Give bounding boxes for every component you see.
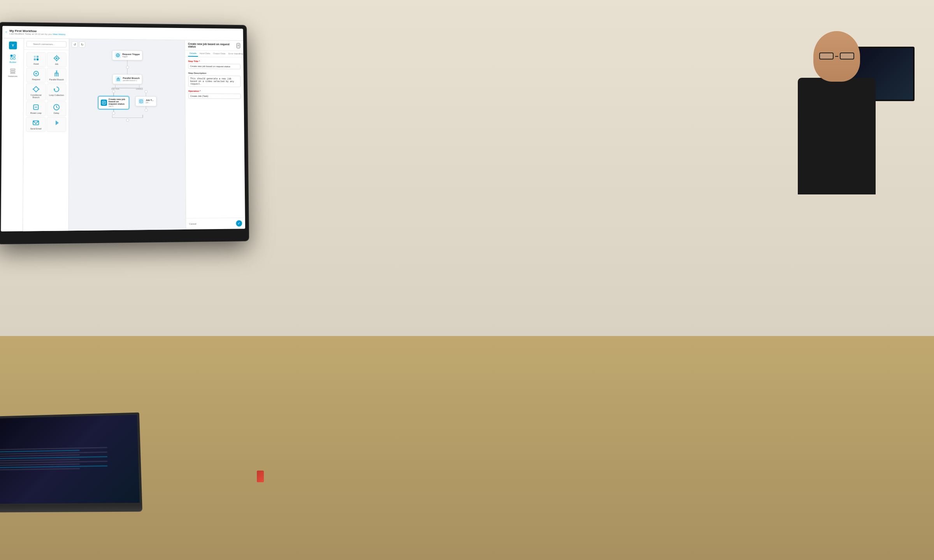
parallel-icon [115, 76, 121, 82]
add-node-below-right[interactable] [144, 108, 147, 112]
view-history-link[interactable]: View History [53, 33, 65, 35]
connector-request[interactable]: Request [26, 68, 46, 82]
connector-break-loop[interactable]: Break Loop [26, 101, 46, 116]
operation-input[interactable] [188, 93, 241, 99]
step-panel-header: Create new job based on request status × [185, 40, 243, 51]
job-icon [53, 54, 60, 62]
sidebar-builder-label: Builder [9, 61, 16, 63]
tab-output-data[interactable]: Output Data [212, 51, 227, 57]
job-trigger-icon [138, 98, 144, 104]
svg-rect-6 [11, 73, 15, 74]
branch-right-line [146, 93, 146, 96]
code-line-9 [0, 466, 107, 468]
laptop-code-lines [0, 443, 139, 474]
sidebar-logo: Y [9, 42, 17, 49]
canvas-area: ↺ ↻ [69, 39, 186, 231]
step-panel: Create new job based on request status ×… [184, 40, 245, 229]
operation-group: Operation * [188, 90, 241, 99]
back-button[interactable]: < [5, 31, 7, 33]
desk-can [257, 471, 264, 482]
branch-container: Create new job based on request status J… [98, 90, 157, 115]
loop-collection-icon [53, 86, 60, 93]
send-email-icon [32, 119, 40, 127]
svg-point-38 [117, 55, 118, 56]
step-content: Step Title * Step Description This shoul… [185, 57, 245, 218]
job-trigger-subtitle: job ... [146, 101, 154, 103]
cancel-button[interactable]: Cancel [189, 223, 197, 225]
step-desc-input[interactable]: This should generate a new job based on … [188, 75, 241, 87]
parallel-branch-label: Parallel Branch [49, 78, 64, 80]
branch-left-line [113, 93, 114, 96]
connector-asset[interactable]: Asset [26, 52, 46, 67]
svg-rect-2 [11, 58, 12, 60]
add-node-bottom[interactable] [126, 119, 129, 122]
connector-more[interactable] [47, 117, 67, 132]
sidebar-item-builder[interactable]: Builder [2, 52, 23, 65]
search-bar: 🔍 [24, 38, 69, 50]
tab-input-data[interactable]: Input Data [198, 51, 212, 57]
step-panel-footer: Cancel ✓ [186, 217, 245, 229]
redo-button[interactable]: ↻ [79, 42, 85, 48]
svg-rect-9 [34, 58, 36, 60]
monitor-bezel: < My First Workflow Last Modified: Today… [0, 23, 248, 244]
connector-loop-collection[interactable]: Loop Collection [47, 83, 67, 100]
connector-line-2 [127, 69, 128, 74]
asset-icon [32, 54, 40, 62]
canvas-toolbar: ↺ ↻ [72, 41, 85, 47]
connector-conditional-branch[interactable]: Conditional Branch [26, 83, 46, 100]
node-request-trigger[interactable]: Request Trigger trigger [112, 50, 142, 60]
delay-icon [53, 103, 60, 111]
connector-parallel-branch[interactable]: Parallel Branch [47, 68, 67, 82]
svg-rect-47 [140, 100, 143, 103]
sidebar-item-instances[interactable]: Instances [2, 66, 23, 79]
add-node-right[interactable] [144, 90, 147, 93]
node-parallel-branch[interactable]: Parallel Branch parallel branch 1 [112, 74, 142, 84]
add-node-below-left[interactable] [112, 112, 115, 115]
svg-point-12 [56, 58, 58, 59]
delay-label: Delay [54, 112, 59, 114]
code-line-10 [0, 468, 80, 471]
trigger-subtitle: trigger [122, 55, 140, 58]
send-email-label: Send Email [30, 128, 42, 130]
sidebar-instances-label: Instances [8, 75, 18, 77]
connector-job[interactable]: Job [47, 52, 67, 67]
connector-panel: 🔍 [23, 38, 69, 231]
tab-details[interactable]: Details [188, 51, 198, 57]
svg-rect-10 [37, 58, 39, 60]
header-title-area: My First Workflow Last Modified: Today a… [9, 29, 65, 36]
add-node-1[interactable] [126, 66, 129, 69]
node-job-trigger[interactable]: Job T... job ... [135, 96, 157, 106]
workflow-canvas: Request Trigger trigger [69, 39, 186, 231]
step-title-input[interactable] [188, 63, 240, 69]
search-input[interactable] [26, 41, 67, 47]
job-label: Job [55, 63, 58, 65]
svg-rect-0 [11, 55, 12, 57]
step-title-label: Step Title * [188, 60, 240, 63]
laptop-screen-content [0, 415, 140, 504]
step-panel-title: Create new job based on request status [188, 42, 237, 48]
code-line-8 [0, 464, 80, 466]
node-create-job[interactable]: Create new job based on request status J… [98, 96, 129, 109]
laptop-base [0, 505, 142, 513]
undo-button[interactable]: ↺ [72, 41, 78, 47]
break-loop-label: Break Loop [30, 112, 42, 114]
monitor-screen: < My First Workflow Last Modified: Today… [1, 26, 245, 232]
connector-send-email[interactable]: Send Email [26, 117, 46, 132]
person-figure [798, 31, 876, 194]
svg-marker-26 [33, 86, 39, 92]
step-panel-close-button[interactable]: × [237, 43, 241, 49]
loop-collection-label: Loop Collection [49, 94, 64, 96]
add-node-left[interactable] [112, 90, 115, 93]
create-job-title: Create new job based on request status [109, 98, 126, 105]
save-button[interactable]: ✓ [236, 220, 242, 226]
connector-grid: Asset [23, 50, 68, 134]
connector-delay[interactable]: Delay [47, 102, 67, 116]
code-line-7 [0, 461, 107, 464]
more-icon [53, 119, 60, 127]
connector-line-1 [127, 60, 128, 66]
operation-label: Operation * [188, 90, 241, 93]
create-job-subtitle: Job 0 [109, 105, 126, 107]
tab-error-handling[interactable]: Error Handling [227, 51, 244, 57]
asset-label: Asset [33, 63, 39, 65]
workflow-subtitle: Last Modified: Today at 16:13 am by you … [9, 33, 65, 36]
